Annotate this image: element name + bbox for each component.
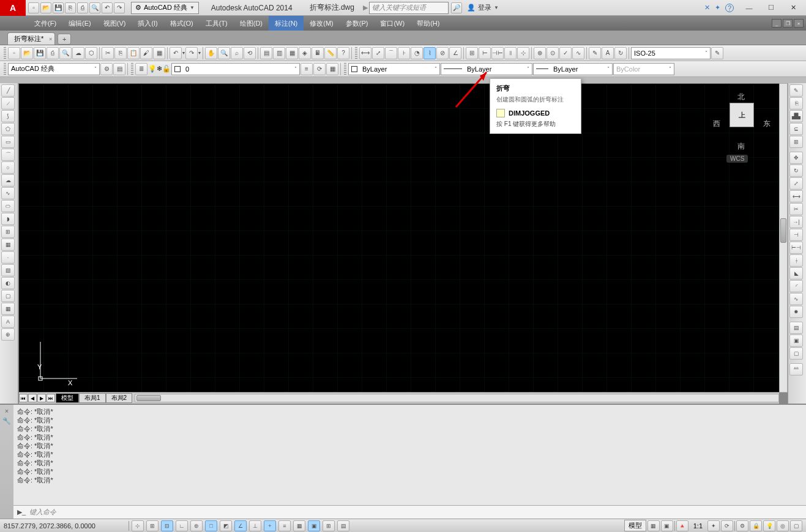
toolbar-lock-icon[interactable]: 🔒	[750, 520, 762, 531]
dim-angular-icon[interactable]: ∠	[449, 47, 461, 59]
undo-icon[interactable]: ↶	[102, 2, 113, 13]
dim-aligned-icon[interactable]: ⤢	[372, 47, 384, 59]
dim-continue-icon[interactable]: ⊣⊢	[491, 47, 504, 59]
help-icon[interactable]: ?	[725, 4, 734, 12]
color-dropdown[interactable]: ByLayer˅	[348, 63, 440, 75]
undo-icon[interactable]: ↶	[170, 47, 182, 59]
tab-last-icon[interactable]: ⏭	[47, 394, 55, 402]
mdi-restore-icon[interactable]: ❐	[783, 19, 793, 28]
menu-0[interactable]: 文件(F)	[28, 16, 62, 31]
calc-icon[interactable]: 🖩	[312, 47, 324, 59]
save-icon[interactable]: 💾	[53, 2, 64, 13]
zoom-win-icon[interactable]: ⌕	[231, 47, 243, 59]
dim-arc-icon[interactable]: ⌒	[385, 47, 397, 59]
menu-1[interactable]: 编辑(E)	[62, 16, 97, 31]
stretch-icon[interactable]: ⟷	[789, 190, 803, 202]
mdi-minimize-icon[interactable]: _	[772, 19, 782, 28]
tab-first-icon[interactable]: ⏮	[19, 394, 28, 402]
otrack-icon[interactable]: ∠	[234, 520, 247, 531]
dim-space-icon[interactable]: ⫴	[504, 47, 517, 59]
group-icon[interactable]: ▣	[789, 334, 803, 347]
model-paper-toggle[interactable]: 模型	[624, 520, 646, 531]
dim-break-icon[interactable]: ⊹	[517, 47, 529, 59]
mdi-close-icon[interactable]: ×	[794, 19, 804, 28]
redo-icon[interactable]: ↷	[114, 2, 125, 13]
help-icon[interactable]: ?	[337, 47, 349, 59]
osnap-icon[interactable]: □	[205, 520, 217, 531]
menu-3[interactable]: 插入(I)	[132, 16, 163, 31]
workspace-settings-icon[interactable]: ⚙	[100, 63, 113, 75]
mtext-icon[interactable]: A	[1, 316, 15, 328]
plot-icon[interactable]: ⎙	[77, 2, 88, 13]
lineweight-dropdown[interactable]: ByLayer˅	[533, 63, 613, 75]
menu-10[interactable]: 窗口(W)	[374, 16, 411, 31]
workspace-dropdown-2[interactable]: AutoCAD 经典˅	[8, 63, 100, 75]
layout-tab-1[interactable]: 布局1	[79, 393, 106, 403]
tpy-icon[interactable]: ▦	[293, 520, 305, 531]
point-icon[interactable]: ·	[1, 251, 15, 264]
maximize-button[interactable]: ☐	[761, 2, 782, 14]
ducs-icon[interactable]: ⊥	[249, 520, 261, 531]
copy-icon[interactable]: ⎘	[789, 97, 803, 109]
save-icon[interactable]: 💾	[34, 47, 46, 59]
zoom-rt-icon[interactable]: 🔍	[218, 47, 230, 59]
ws-switch-icon[interactable]: ⚙	[736, 520, 748, 531]
dim-jogged-icon[interactable]: ⌇	[424, 47, 436, 59]
line-icon[interactable]: ╱	[1, 84, 15, 97]
toolpal-icon[interactable]: ▦	[286, 47, 298, 59]
plot-icon[interactable]: ⎙	[47, 47, 59, 59]
hardware-icon[interactable]: 💡	[763, 520, 775, 531]
layer-prev-icon[interactable]: ≡	[300, 63, 313, 75]
ungroup-icon[interactable]: ▢	[789, 347, 803, 360]
new-tab-button[interactable]: +	[58, 34, 71, 45]
snap-icon[interactable]: ⊞	[146, 520, 159, 531]
rectangle-icon[interactable]: ▭	[1, 136, 15, 148]
addselected-icon[interactable]: ⊕	[1, 328, 15, 341]
qv-drawings-icon[interactable]: ▣	[661, 520, 673, 531]
anno-scale-icon[interactable]: 🔺	[676, 520, 688, 531]
search-input[interactable]: 键入关键字或短语	[369, 2, 449, 14]
3dprint-icon[interactable]: ⬡	[85, 47, 97, 59]
scale-icon[interactable]: ⤢	[789, 177, 803, 190]
search-icon[interactable]: 🔎	[451, 2, 462, 13]
new-icon[interactable]: ▫	[28, 2, 39, 13]
layer-iso-icon[interactable]: ▦	[326, 63, 338, 75]
dim-ordinate-icon[interactable]: ⊦	[398, 47, 410, 59]
tolerance-icon[interactable]: ⊕	[534, 47, 546, 59]
layer-dropdown[interactable]: 0˅	[171, 63, 300, 75]
gradient-icon[interactable]: ◐	[1, 277, 15, 289]
isolate-icon[interactable]: ◎	[777, 520, 789, 531]
grid-icon[interactable]: ⊟	[161, 520, 173, 531]
grip-icon[interactable]	[4, 63, 6, 75]
rotate-icon[interactable]: ↻	[789, 164, 803, 177]
ellipse-icon[interactable]: ⬭	[1, 200, 15, 212]
menu-8[interactable]: 修改(M)	[304, 16, 340, 31]
open-icon[interactable]: 📂	[40, 2, 51, 13]
menu-2[interactable]: 视图(V)	[97, 16, 132, 31]
pline-icon[interactable]: ⟆	[1, 110, 15, 122]
grip-icon[interactable]	[344, 63, 346, 75]
move-icon[interactable]: ✥	[789, 152, 803, 164]
insert-icon[interactable]: ⊞	[1, 226, 15, 238]
grip-icon[interactable]	[4, 47, 6, 59]
menu-5[interactable]: 工具(T)	[200, 16, 234, 31]
menu-7[interactable]: 标注(N)	[269, 16, 304, 31]
qp-icon[interactable]: ▣	[308, 520, 320, 531]
revcloud-icon[interactable]: ☁	[1, 174, 15, 187]
close-button[interactable]: ✕	[783, 2, 804, 14]
polygon-icon[interactable]: ⬠	[1, 123, 15, 135]
viewcube-face[interactable]: 上	[730, 103, 754, 127]
publish-icon[interactable]: ☁	[72, 47, 84, 59]
command-history[interactable]: 命令: *取消*命令: *取消*命令: *取消*命令: *取消*命令: *取消*…	[13, 405, 806, 505]
preview-icon[interactable]: 🔍	[89, 2, 100, 13]
region-icon[interactable]: ▢	[1, 290, 15, 302]
xline-icon[interactable]: ⟋	[1, 97, 15, 109]
3dosnap-icon[interactable]: ◩	[220, 520, 232, 531]
explode-icon[interactable]: ✸	[789, 306, 803, 318]
cmd-close-icon[interactable]: ×	[5, 407, 9, 415]
inspect-icon[interactable]: ✓	[559, 47, 572, 59]
anno-auto-icon[interactable]: ⟳	[721, 520, 733, 531]
dimstyle-manager-icon[interactable]: ✎	[711, 47, 723, 59]
erase-icon[interactable]: ✎	[789, 84, 803, 97]
drawing-canvas[interactable]: YX	[19, 84, 779, 392]
